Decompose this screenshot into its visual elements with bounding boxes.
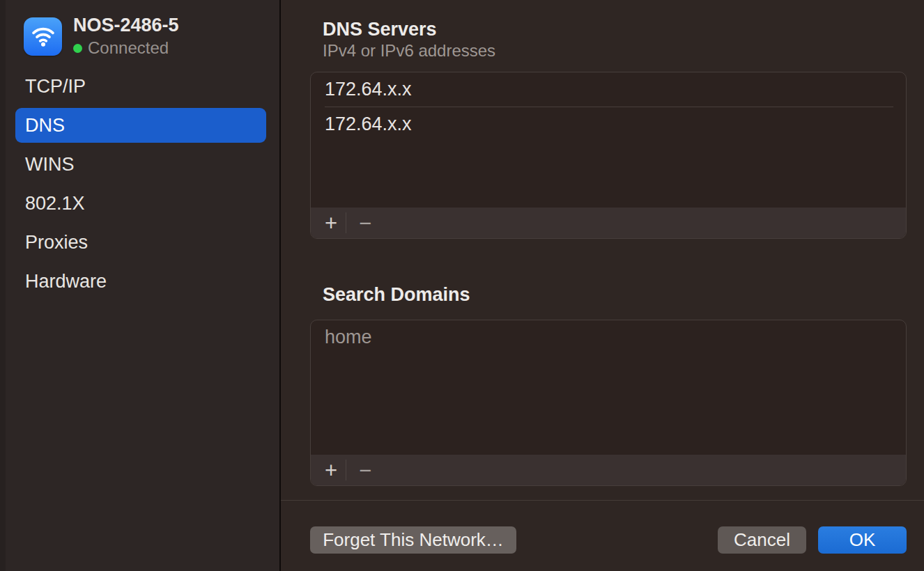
sidebar-item-proxies[interactable]: Proxies <box>15 225 266 260</box>
footer-separator <box>346 460 346 480</box>
dns-server-row[interactable]: 172.64.x.x <box>311 107 906 141</box>
dns-settings-pane: DNS Servers IPv4 or IPv6 addresses 172.6… <box>281 0 924 571</box>
dns-servers-subtitle: IPv4 or IPv6 addresses <box>323 41 495 61</box>
search-domains-list: home + − <box>310 320 907 486</box>
status-label: Connected <box>88 38 169 58</box>
sidebar-item-wins[interactable]: WINS <box>15 147 266 182</box>
ok-button[interactable]: OK <box>818 526 907 554</box>
network-status: Connected <box>73 38 179 58</box>
sidebar: NOS-2486-5 Connected TCP/IP DNS WINS 802… <box>6 0 281 571</box>
green-dot-icon <box>73 44 82 53</box>
wifi-details-window: NOS-2486-5 Connected TCP/IP DNS WINS 802… <box>0 0 924 571</box>
network-header: NOS-2486-5 Connected <box>24 15 179 58</box>
footer-separator <box>346 212 346 233</box>
sidebar-item-8021x[interactable]: 802.1X <box>15 186 266 221</box>
search-domain-row[interactable]: home <box>311 320 906 354</box>
dns-servers-footer: + − <box>311 208 906 238</box>
wifi-icon <box>24 17 62 56</box>
footer-divider <box>281 500 924 501</box>
remove-search-domain-button[interactable]: − <box>352 455 378 485</box>
sidebar-item-tcpip[interactable]: TCP/IP <box>15 69 266 104</box>
add-search-domain-button[interactable]: + <box>318 455 344 485</box>
forget-network-button[interactable]: Forget This Network… <box>310 526 516 554</box>
remove-dns-server-button[interactable]: − <box>352 208 378 238</box>
add-dns-server-button[interactable]: + <box>318 208 344 238</box>
sidebar-item-dns[interactable]: DNS <box>15 108 266 143</box>
network-meta: NOS-2486-5 Connected <box>73 15 179 58</box>
search-domains-title: Search Domains <box>323 284 470 306</box>
dns-servers-title: DNS Servers <box>323 19 437 40</box>
sidebar-item-hardware[interactable]: Hardware <box>15 264 266 299</box>
window-edge <box>0 0 6 571</box>
dns-servers-list: 172.64.x.x 172.64.x.x + − <box>310 72 907 239</box>
network-name: NOS-2486-5 <box>73 15 179 36</box>
search-domains-footer: + − <box>311 455 906 485</box>
cancel-button[interactable]: Cancel <box>718 526 806 554</box>
dns-server-row[interactable]: 172.64.x.x <box>311 72 906 107</box>
